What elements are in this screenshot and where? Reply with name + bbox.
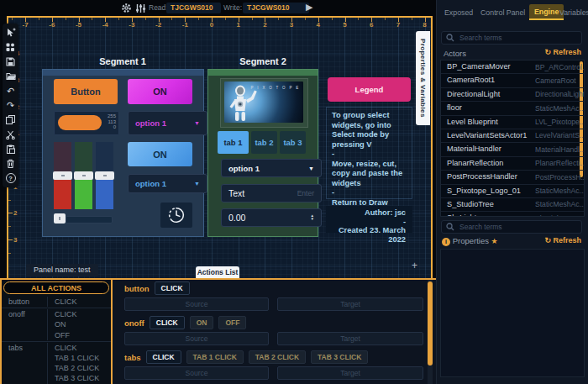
action-event-chip[interactable]: CLICK: [150, 316, 185, 329]
action-event-chip[interactable]: TAB 1 CLICK: [186, 350, 244, 364]
tool-paste-icon[interactable]: [4, 143, 17, 155]
mixer-icon[interactable]: [135, 3, 146, 13]
tool-widgets-icon[interactable]: [4, 41, 17, 54]
actor-row[interactable]: LevelVariantSetsActor1LevelVariantS...: [441, 129, 584, 143]
tab-control-panel[interactable]: Control Panel: [480, 8, 525, 17]
dropdown-blue[interactable]: option 1 ▼: [128, 174, 207, 193]
settings-gear-icon[interactable]: [121, 3, 132, 13]
actions-scrollbar-thumb[interactable]: [428, 281, 433, 366]
action-event[interactable]: ON: [55, 319, 111, 329]
action-event-chip[interactable]: TAB 2 CLICK: [249, 350, 306, 364]
read-engine-field[interactable]: TJCGWS010: [166, 3, 221, 13]
source-input[interactable]: [124, 297, 269, 311]
tab-3[interactable]: tab 3: [280, 131, 306, 154]
slider-handle[interactable]: [53, 171, 72, 180]
play-icon[interactable]: ▶: [306, 2, 312, 13]
button-widget[interactable]: Button: [54, 79, 118, 104]
action-event[interactable]: CLICK: [55, 309, 111, 319]
action-event-chip[interactable]: ON: [190, 316, 214, 329]
actor-type: MaterialHandl...: [535, 145, 585, 154]
actors-refresh-button[interactable]: ↻ Refresh: [544, 48, 581, 56]
action-event[interactable]: CLICK: [55, 297, 111, 307]
number-spinner[interactable]: 0.00 ▲▼: [221, 208, 322, 227]
tab-1[interactable]: tab 1: [218, 131, 249, 154]
star-icon[interactable]: ★: [491, 237, 498, 245]
action-event-chip[interactable]: OFF: [218, 316, 246, 329]
action-event[interactable]: TAB 2 CLICK: [55, 363, 111, 373]
tool-save-icon[interactable]: [4, 55, 17, 68]
actor-row[interactable]: SkyLightSkyLight: [441, 212, 584, 217]
target-input[interactable]: [277, 297, 423, 311]
tool-cut-icon[interactable]: [4, 129, 17, 141]
actions-list-tab[interactable]: Actions List: [196, 266, 239, 278]
color-value: 255: [108, 113, 116, 119]
target-input[interactable]: [277, 366, 423, 380]
write-engine-field[interactable]: TJCGWS010: [243, 3, 309, 13]
robot-image[interactable]: P I X O T O P E: [224, 82, 303, 123]
tool-open-icon[interactable]: [4, 70, 17, 82]
tool-copy-icon[interactable]: [4, 113, 17, 126]
actors-search[interactable]: [441, 31, 582, 45]
actor-row[interactable]: S_StudioTreeStaticMeshAc...: [441, 198, 584, 212]
actor-row[interactable]: floorStaticMeshAc...: [441, 102, 584, 115]
properties-search[interactable]: [441, 220, 582, 234]
action-event[interactable]: OFF: [55, 330, 111, 340]
source-input[interactable]: [124, 332, 269, 345]
action-event[interactable]: CLICK: [55, 343, 111, 353]
actor-row[interactable]: S_Pixotope_Logo_01StaticMeshAc...: [441, 185, 584, 198]
actor-row[interactable]: MaterialHandlerMaterialHandl...: [441, 143, 584, 156]
actor-row[interactable]: CameraRoot1CameraRoot: [441, 74, 584, 87]
tab-exposed[interactable]: Exposed: [444, 8, 473, 17]
legend-button[interactable]: Legend: [328, 77, 411, 102]
action-list-row[interactable]: onoffCLICKONOFF: [2, 308, 111, 342]
tool-help-icon[interactable]: ?: [4, 172, 17, 185]
h-ruler-minor-tick: [12, 18, 13, 20]
action-event-chip[interactable]: CLICK: [146, 350, 181, 364]
timer-clock-widget[interactable]: [160, 203, 192, 228]
text-input-widget[interactable]: Text Enter: [221, 184, 322, 203]
slider-handle[interactable]: [54, 213, 66, 224]
actor-row[interactable]: Level BlueprintLVL_Pixotope...: [441, 116, 584, 129]
spinner-arrows-icon[interactable]: ▲▼: [311, 214, 314, 222]
actor-row[interactable]: PostProcessHandlerPostProcessH...: [441, 171, 584, 184]
actor-row[interactable]: PlanarReflectionPlanarReflecti...: [441, 157, 584, 171]
action-list-row[interactable]: buttonCLICK: [2, 296, 111, 308]
tool-select-icon[interactable]: [4, 26, 17, 39]
properties-variables-tab[interactable]: Properties & Variables: [416, 31, 430, 125]
action-event-chip[interactable]: CLICK: [155, 281, 190, 295]
slider-blue[interactable]: [96, 142, 113, 209]
toggle-on-magenta[interactable]: ON: [128, 79, 192, 104]
actor-row[interactable]: DirectionalLightDirectionalLight: [441, 88, 584, 102]
slider-track[interactable]: [66, 216, 113, 224]
properties-refresh-button[interactable]: ↻ Refresh: [544, 236, 581, 245]
dropdown-magenta[interactable]: option 1 ▼: [128, 111, 207, 135]
tool-redo-icon[interactable]: ↷: [4, 99, 17, 112]
tool-undo-icon[interactable]: ↶: [4, 85, 17, 97]
tool-delete-icon[interactable]: [4, 157, 17, 170]
slider-green[interactable]: [75, 142, 92, 209]
actor-type: PostProcessH...: [535, 173, 585, 181]
search-input[interactable]: [458, 222, 577, 232]
tab-2[interactable]: tab 2: [251, 131, 277, 154]
dropdown-segment2[interactable]: option 1 ▼: [221, 159, 322, 177]
action-detail-header: onoffCLICKONOFF: [114, 316, 423, 329]
color-display-widget[interactable]: 2551130: [54, 111, 119, 135]
action-list-row[interactable]: tabsCLICKTAB 1 CLICKTAB 2 CLICKTAB 3 CLI…: [2, 342, 111, 384]
h-ruler-label: 3: [285, 21, 298, 29]
actor-row[interactable]: BP_CameraMoverBP_ARControl...: [441, 60, 584, 74]
slider-handle[interactable]: [95, 171, 114, 180]
toggle-on-blue[interactable]: ON: [128, 142, 192, 166]
slider-handle[interactable]: [74, 171, 93, 180]
tab-variables[interactable]: Variables: [559, 8, 588, 17]
action-event[interactable]: TAB 3 CLICK: [55, 373, 111, 383]
action-event[interactable]: TAB 1 CLICK: [55, 353, 111, 363]
dropdown-blue-value: option 1: [135, 179, 166, 188]
h-ruler-label: -3: [125, 21, 139, 29]
search-input[interactable]: [458, 33, 577, 43]
source-input[interactable]: [124, 366, 269, 380]
action-event-chip[interactable]: TAB 3 CLICK: [311, 350, 368, 364]
target-input[interactable]: [277, 332, 423, 345]
horizontal-slider[interactable]: [54, 213, 113, 224]
all-actions-button[interactable]: ALL ACTIONS: [3, 281, 109, 294]
slider-red[interactable]: [54, 142, 71, 209]
